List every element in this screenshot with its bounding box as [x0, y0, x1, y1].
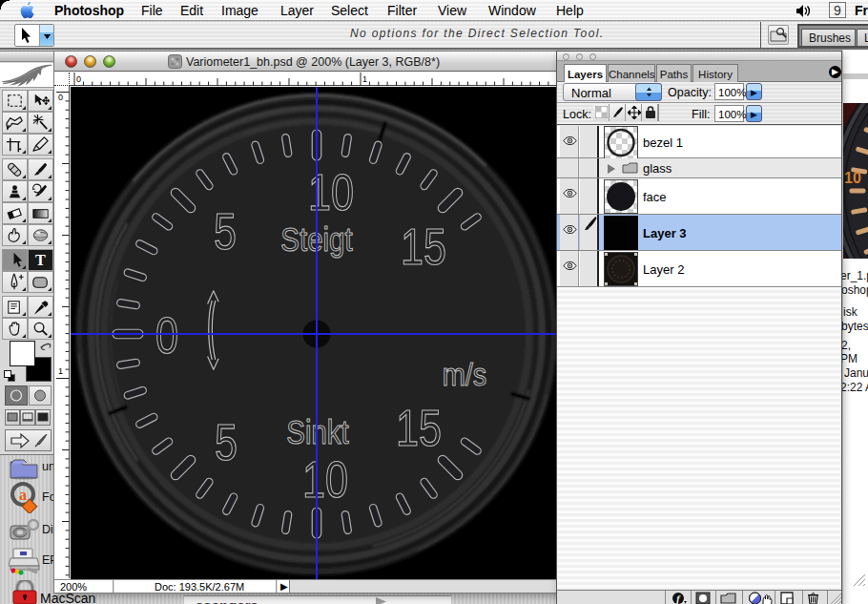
svg-text:0: 0: [58, 93, 63, 102]
svg-text:10: 10: [308, 164, 354, 221]
svg-text:T: T: [35, 252, 46, 269]
svg-text:15: 15: [396, 400, 442, 457]
svg-text:m/s: m/s: [443, 356, 487, 393]
svg-text:10: 10: [302, 451, 348, 509]
svg-text:a: a: [19, 487, 27, 503]
svg-text:0: 0: [76, 74, 81, 84]
svg-text:5: 5: [214, 203, 237, 260]
svg-text:1: 1: [58, 366, 63, 376]
svg-text:15: 15: [401, 219, 446, 276]
svg-text:5: 5: [215, 414, 238, 471]
svg-text:1: 1: [362, 74, 367, 84]
svg-text:0: 0: [155, 307, 178, 364]
svg-text:10: 10: [844, 170, 861, 186]
